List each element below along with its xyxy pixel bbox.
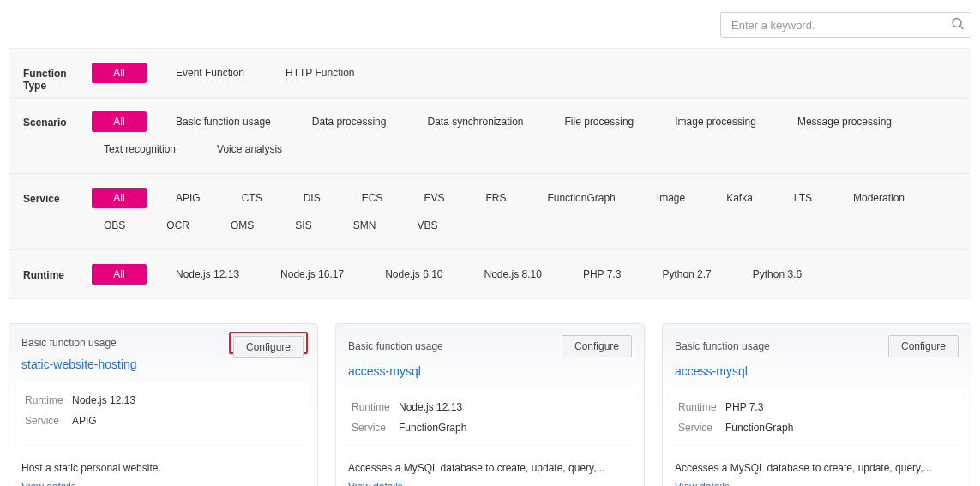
card-title-link[interactable]: access-mysql (663, 363, 971, 388)
card-description: Accesses a MySQL database to create, upd… (336, 453, 644, 477)
filter-chip-runtime-1[interactable]: Node.js 12.13 (164, 264, 251, 285)
filter-row-scenario: ScenarioAllBasic function usageData proc… (9, 98, 971, 174)
filter-row-functionType: Function TypeAllEvent FunctionHTTP Funct… (9, 49, 971, 98)
card-header: Basic function usageConfigure (9, 324, 317, 356)
view-details-link[interactable]: View details (9, 477, 317, 486)
view-details-link[interactable]: View details (663, 477, 971, 486)
filter-chip-service-17[interactable]: VBS (405, 215, 449, 236)
search-box (720, 12, 971, 38)
filter-chip-service-11[interactable]: Moderation (841, 188, 917, 208)
filter-chip-service-5[interactable]: EVS (412, 188, 456, 208)
filter-label-scenario: Scenario (23, 98, 92, 129)
filter-chip-functionType-2[interactable]: HTTP Function (274, 63, 366, 83)
filter-chip-service-12[interactable]: OBS (92, 215, 137, 236)
filter-chip-scenario-5[interactable]: Image processing (663, 111, 768, 132)
filter-chip-functionType-1[interactable]: Event Function (164, 63, 256, 83)
card-category: Basic function usage (675, 340, 770, 352)
card-runtime-row: RuntimePHP 7.3 (678, 397, 955, 417)
card-body: RuntimePHP 7.3ServiceFunctionGraph (670, 388, 964, 445)
filter-label-functionType: Function Type (23, 49, 92, 92)
filter-values-scenario: AllBasic function usageData processingDa… (92, 98, 971, 173)
configure-button[interactable]: Configure (888, 335, 959, 357)
filter-chip-service-2[interactable]: CTS (230, 188, 274, 208)
filter-chip-scenario-6[interactable]: Message processing (785, 111, 904, 132)
card-service-row: ServiceAPIG (25, 411, 302, 431)
card-runtime-value: Node.js 12.13 (72, 394, 135, 406)
filter-chip-scenario-7[interactable]: Text recognition (92, 139, 188, 159)
filter-chip-service-9[interactable]: Kafka (714, 188, 765, 208)
cards-row: Basic function usageConfigurestatic-webs… (0, 299, 980, 486)
filter-chip-runtime-0[interactable]: All (92, 264, 147, 285)
card-runtime-label: Runtime (352, 401, 399, 413)
card-header: Basic function usageConfigure (336, 324, 644, 363)
card-body: RuntimeNode.js 12.13ServiceAPIG (16, 381, 310, 445)
filter-chip-service-13[interactable]: OCR (154, 215, 201, 236)
search-row (0, 0, 980, 48)
search-input[interactable] (720, 12, 971, 38)
filter-chip-runtime-3[interactable]: Node.js 6.10 (373, 264, 454, 285)
card-runtime-label: Runtime (678, 401, 725, 413)
view-details-link[interactable]: View details (336, 477, 644, 486)
card-service-label: Service (352, 422, 399, 434)
filter-chip-runtime-6[interactable]: Python 2.7 (650, 264, 723, 285)
filter-chip-service-16[interactable]: SMN (341, 215, 388, 236)
filter-chip-scenario-0[interactable]: All (92, 111, 147, 132)
card-runtime-label: Runtime (25, 394, 72, 406)
filter-chip-service-1[interactable]: APIG (164, 188, 213, 208)
card-service-value: FunctionGraph (399, 422, 466, 434)
card-service-label: Service (25, 415, 72, 427)
filter-row-runtime: RuntimeAllNode.js 12.13Node.js 16.17Node… (9, 250, 971, 298)
filter-label-service: Service (23, 174, 92, 205)
card-runtime-value: Node.js 12.13 (399, 401, 462, 413)
card-header: Basic function usageConfigure (663, 324, 971, 363)
configure-button-highlight: Configure (229, 332, 308, 354)
filter-chip-service-8[interactable]: Image (645, 188, 697, 208)
filter-chip-scenario-8[interactable]: Voice analysis (205, 139, 294, 159)
card-runtime-value: PHP 7.3 (725, 401, 763, 413)
filter-chip-service-3[interactable]: DIS (292, 188, 333, 208)
filter-chip-scenario-2[interactable]: Data processing (300, 111, 399, 132)
filter-chip-scenario-3[interactable]: Data synchronization (415, 111, 535, 132)
filter-panel: Function TypeAllEvent FunctionHTTP Funct… (9, 48, 971, 299)
filter-chip-service-14[interactable]: OMS (219, 215, 266, 236)
card-body: RuntimeNode.js 12.13ServiceFunctionGraph (343, 388, 637, 445)
filter-chip-service-0[interactable]: All (92, 188, 147, 208)
card-service-value: FunctionGraph (725, 422, 793, 434)
filter-chip-service-10[interactable]: LTS (782, 188, 824, 208)
filter-values-runtime: AllNode.js 12.13Node.js 16.17Node.js 6.1… (92, 250, 971, 298)
filter-chip-runtime-2[interactable]: Node.js 16.17 (268, 264, 356, 285)
card-description: Host a static personal website. (9, 453, 317, 477)
card-service-row: ServiceFunctionGraph (678, 417, 955, 438)
card-service-label: Service (678, 422, 725, 434)
filter-chip-service-6[interactable]: FRS (473, 188, 518, 208)
filter-chip-service-7[interactable]: FunctionGraph (535, 188, 627, 208)
filter-chip-scenario-1[interactable]: Basic function usage (164, 111, 283, 132)
template-card: Basic function usageConfigureaccess-mysq… (335, 323, 645, 486)
filter-chip-functionType-0[interactable]: All (92, 63, 147, 83)
card-category: Basic function usage (348, 340, 443, 352)
filter-chip-service-4[interactable]: ECS (350, 188, 395, 208)
filter-chip-scenario-4[interactable]: File processing (553, 111, 646, 132)
configure-button[interactable]: Configure (562, 335, 632, 357)
card-category: Basic function usage (21, 337, 117, 349)
card-description: Accesses a MySQL database to create, upd… (663, 453, 971, 477)
filter-chip-service-15[interactable]: SIS (283, 215, 323, 236)
card-service-row: ServiceFunctionGraph (352, 417, 628, 438)
filter-chip-runtime-4[interactable]: Node.js 8.10 (472, 264, 554, 285)
template-card: Basic function usageConfigureaccess-mysq… (662, 323, 971, 486)
template-card: Basic function usageConfigurestatic-webs… (9, 323, 318, 486)
filter-values-functionType: AllEvent FunctionHTTP Function (92, 49, 971, 97)
filter-row-service: ServiceAllAPIGCTSDISECSEVSFRSFunctionGra… (9, 174, 971, 250)
card-runtime-row: RuntimeNode.js 12.13 (25, 390, 302, 411)
filter-label-runtime: Runtime (23, 250, 92, 281)
card-title-link[interactable]: static-website-hosting (9, 356, 317, 381)
filter-chip-runtime-7[interactable]: Python 3.6 (741, 264, 814, 285)
card-service-value: APIG (72, 415, 97, 427)
filter-values-service: AllAPIGCTSDISECSEVSFRSFunctionGraphImage… (92, 174, 971, 249)
filter-chip-runtime-5[interactable]: PHP 7.3 (571, 264, 633, 285)
card-runtime-row: RuntimeNode.js 12.13 (352, 397, 628, 417)
card-title-link[interactable]: access-mysql (336, 363, 644, 388)
